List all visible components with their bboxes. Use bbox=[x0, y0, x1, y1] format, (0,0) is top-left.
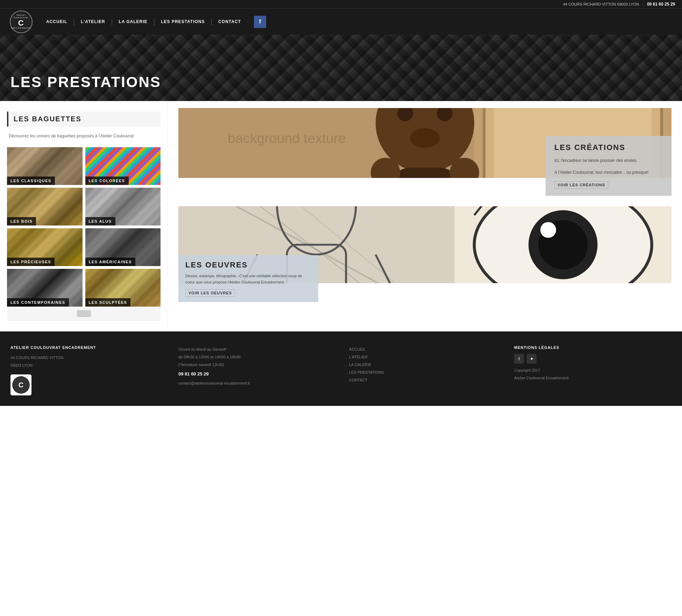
footer-col-nav: ACCUEIL L'ATELIER LA GALERIE LES PRESTAT… bbox=[346, 345, 504, 395]
top-address: 44 COURS RICHARD VITTON 69003 LYON bbox=[563, 2, 639, 6]
nav-accueil[interactable]: ACCUEIL bbox=[42, 19, 71, 24]
grid-item-alus[interactable]: LES ALUS bbox=[85, 188, 161, 225]
scroll-indicator bbox=[7, 307, 161, 321]
nav-sep-3: | bbox=[154, 18, 155, 26]
classiques-label: LES CLASSIQUES bbox=[7, 177, 55, 185]
main-nav: Atelier Coulouvrat C ENCADREUR ACCUEIL |… bbox=[0, 8, 682, 35]
facebook-button[interactable]: f bbox=[254, 16, 266, 28]
footer-hours1: de 09h30 à 12h00 et 14h00 à 19h00 bbox=[178, 353, 336, 361]
nav-sep-1: | bbox=[73, 18, 75, 26]
footer-copyright1: Copyright 2017 bbox=[514, 366, 672, 374]
svg-point-27 bbox=[540, 222, 556, 238]
creations-text-box: LES CRÉATIONS Ici, l'encadreur se laisse… bbox=[546, 136, 672, 196]
nav-galerie[interactable]: LA GALERIE bbox=[114, 19, 151, 24]
top-phone: 09 81 60 25 29 bbox=[647, 2, 675, 7]
oeuvres-text: Dessin, estampe, lithographie...C'est un… bbox=[185, 273, 311, 285]
hero-bg2 bbox=[0, 35, 682, 101]
footer-col-hours: Ouvert du Mardi au Samedi* de 09h30 à 12… bbox=[178, 345, 336, 395]
footer-nav-contact[interactable]: CONTACT bbox=[346, 376, 504, 384]
grid-item-americaines[interactable]: LES AMÉRICAINES bbox=[85, 228, 161, 266]
oeuvres-block: LES OEUVRES Dessin, estampe, lithographi… bbox=[178, 206, 672, 302]
baguettes-grid: LES CLASSIQUES LES COLORÉES LES BOIS LES… bbox=[7, 147, 161, 307]
footer-nav-atelier[interactable]: L'ATELIER bbox=[346, 353, 504, 361]
top-separator: | bbox=[642, 2, 644, 6]
logo-wrap[interactable]: Atelier Coulouvrat C ENCADREUR bbox=[7, 9, 35, 34]
grid-item-bois[interactable]: LES BOIS bbox=[7, 188, 83, 225]
oeuvres-title: LES OEUVRES bbox=[185, 260, 311, 270]
left-panel: LES BAGUETTES Découvrez les univers de b… bbox=[0, 101, 168, 331]
baguettes-title-box: LES BAGUETTES bbox=[7, 112, 161, 127]
nav-atelier[interactable]: L'ATELIER bbox=[77, 19, 109, 24]
baguettes-desc: Découvrez les univers de baguettes propo… bbox=[7, 134, 161, 138]
footer-email[interactable]: contact@ateliercoulouvrat-encadrement.fr bbox=[178, 379, 336, 387]
bois-label: LES BOIS bbox=[7, 217, 36, 225]
footer-nav-galerie[interactable]: LA GALERIE bbox=[346, 361, 504, 368]
svg-point-7 bbox=[410, 128, 440, 148]
nav-sep-4: | bbox=[211, 18, 213, 26]
footer-legal-title: MENTIONS LÉGALES bbox=[514, 345, 672, 350]
footer-star-icon[interactable]: ✦ bbox=[527, 354, 537, 364]
grid-item-precieuses[interactable]: LES PRÉCIEUSES bbox=[7, 228, 83, 266]
creations-link[interactable]: VOIR LES CRÉATIONS bbox=[554, 181, 608, 189]
nav-items: ACCUEIL | L'ATELIER | LA GALERIE | LES P… bbox=[42, 16, 675, 28]
footer-logo-inner: C bbox=[12, 376, 30, 394]
footer-col-legal: MENTIONS LÉGALES f ✦ Copyright 2017 Atel… bbox=[514, 345, 672, 395]
right-panel: background texture LES CRÉATIONS Ici, l'… bbox=[168, 101, 682, 331]
nav-prestations[interactable]: LES PRESTATIONS bbox=[157, 19, 209, 24]
nav-sep-2: | bbox=[111, 18, 113, 26]
top-bar: 44 COURS RICHARD VITTON 69003 LYON | 09 … bbox=[0, 0, 682, 8]
creations-text1: Ici, l'encadreur se laisse pousser des e… bbox=[554, 157, 663, 164]
logo-bottom-text: ENCADREUR bbox=[11, 27, 31, 29]
precieuses-label: LES PRÉCIEUSES bbox=[7, 258, 55, 266]
grid-item-sculptees[interactable]: LES SCULPTÉES bbox=[85, 269, 161, 307]
logo: Atelier Coulouvrat C ENCADREUR bbox=[10, 10, 33, 33]
grid-item-colorees[interactable]: LES COLORÉES bbox=[85, 147, 161, 185]
footer-address1: 44 COURS RICHARD VITTON bbox=[10, 354, 168, 361]
footer-hours-title: Ouvert du Mardi au Samedi* bbox=[178, 345, 336, 353]
footer-col-address: ATELIER COULOUVRAT ENCADREMENT 44 COURS … bbox=[10, 345, 168, 395]
footer-phone: 09 81 60 25 29 bbox=[178, 371, 336, 377]
footer-hours2: (*fermeture samedi 12h30) bbox=[178, 361, 336, 368]
oeuvres-text-box: LES OEUVRES Dessin, estampe, lithographi… bbox=[178, 255, 318, 302]
footer-logo[interactable]: C bbox=[10, 374, 31, 395]
hero-section: LES PRESTATIONS bbox=[0, 35, 682, 101]
colorees-label: LES COLORÉES bbox=[85, 177, 129, 185]
americaines-label: LES AMÉRICAINES bbox=[85, 258, 136, 266]
contemporaines-label: LES CONTEMPORAINES bbox=[7, 298, 69, 307]
footer-nav-prestations[interactable]: LES PRESTATIONS bbox=[346, 368, 504, 376]
grid-item-classiques[interactable]: LES CLASSIQUES bbox=[7, 147, 83, 185]
main-content: LES BAGUETTES Découvrez les univers de b… bbox=[0, 101, 682, 331]
svg-text:background texture: background texture bbox=[228, 130, 346, 146]
nav-contact[interactable]: CONTACT bbox=[214, 19, 245, 24]
nav-sep-5: · bbox=[247, 18, 249, 26]
logo-c: C bbox=[18, 19, 24, 27]
creations-text2: A l'Atelier Coulouvrat, tout s'encadre..… bbox=[554, 169, 663, 176]
footer: ATELIER COULOUVRAT ENCADREMENT 44 COURS … bbox=[0, 331, 682, 406]
footer-copyright2: Atelier Coulouvrat Encadrement bbox=[514, 374, 672, 382]
scroll-btn[interactable] bbox=[77, 310, 91, 317]
footer-address2: 69003 LYON bbox=[10, 361, 168, 369]
footer-copyright: Copyright 2017 Atelier Coulouvrat Encadr… bbox=[514, 366, 672, 382]
sculptees-label: LES SCULPTÉES bbox=[85, 298, 131, 307]
alus-label: LES ALUS bbox=[85, 217, 115, 225]
hero-title: LES PRESTATIONS bbox=[10, 74, 161, 91]
footer-nav-accueil[interactable]: ACCUEIL bbox=[346, 345, 504, 353]
footer-company: ATELIER COULOUVRAT ENCADREMENT bbox=[10, 345, 168, 350]
baguettes-title: LES BAGUETTES bbox=[14, 115, 155, 123]
oeuvres-link[interactable]: VOIR LES OEUVRES bbox=[185, 289, 235, 297]
grid-item-contemporaines[interactable]: LES CONTEMPORAINES bbox=[7, 269, 83, 307]
creations-title: LES CRÉATIONS bbox=[554, 143, 663, 152]
creations-block: background texture LES CRÉATIONS Ici, l'… bbox=[178, 108, 672, 196]
footer-social: f ✦ bbox=[514, 354, 672, 364]
footer-facebook-icon[interactable]: f bbox=[514, 354, 524, 364]
